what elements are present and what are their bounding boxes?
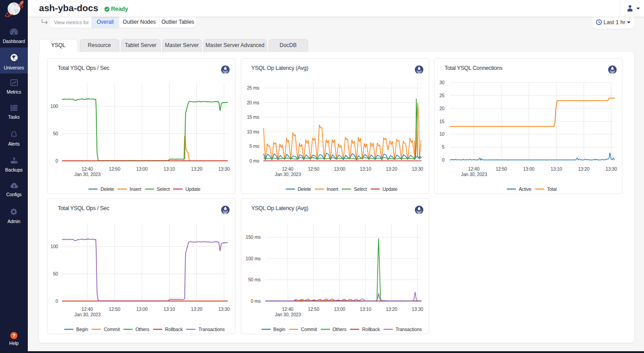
svg-text:13:20: 13:20 [191,306,203,312]
svg-text:13:00: 13:00 [136,166,148,172]
svg-text:12:50: 12:50 [109,306,121,312]
svg-text:13:30: 13:30 [218,306,230,312]
svg-text:Jan 30, 2023: Jan 30, 2023 [274,172,301,177]
svg-text:12:40: 12:40 [282,306,293,312]
svg-text:12:50: 12:50 [109,166,121,172]
svg-text:13:10: 13:10 [360,166,371,172]
svg-text:100 ms: 100 ms [245,256,260,261]
svg-text:5 ms: 5 ms [249,143,259,149]
svg-text:0 ms: 0 ms [249,158,259,164]
svg-text:15: 15 [439,119,444,124]
svg-text:13:20: 13:20 [191,166,203,172]
svg-text:50: 50 [53,271,58,276]
svg-text:0: 0 [442,157,444,163]
svg-text:13:20: 13:20 [578,166,590,172]
svg-text:100: 100 [51,244,58,249]
svg-text:12:40: 12:40 [282,166,293,172]
svg-text:20 ms: 20 ms [247,100,259,105]
svg-text:25 ms: 25 ms [247,85,259,90]
svg-text:50: 50 [53,131,58,136]
svg-text:0: 0 [56,298,58,304]
svg-text:12:50: 12:50 [308,166,319,172]
svg-text:13:30: 13:30 [412,166,423,172]
svg-text:Jan 30, 2023: Jan 30, 2023 [461,172,487,177]
svg-text:13:10: 13:10 [164,166,175,172]
svg-text:13:10: 13:10 [360,306,371,312]
svg-text:12:50: 12:50 [496,166,507,172]
svg-text:10 ms: 10 ms [247,129,259,134]
svg-text:Jan 30, 2023: Jan 30, 2023 [74,312,101,317]
svg-text:13:20: 13:20 [386,306,397,312]
svg-text:13:30: 13:30 [412,306,423,312]
svg-text:Jan 30, 2023: Jan 30, 2023 [274,312,301,317]
svg-text:12:50: 12:50 [308,306,319,312]
svg-text:13:20: 13:20 [386,166,397,172]
svg-text:13:00: 13:00 [334,306,345,312]
svg-text:13:30: 13:30 [218,166,230,172]
svg-text:150 ms: 150 ms [245,234,260,240]
svg-text:12:40: 12:40 [82,166,93,172]
svg-text:13:00: 13:00 [136,306,148,312]
svg-text:12:40: 12:40 [82,306,93,312]
svg-text:20: 20 [439,106,444,111]
svg-text:13:30: 13:30 [605,166,617,172]
svg-text:25: 25 [439,93,444,98]
svg-text:13:10: 13:10 [550,166,562,172]
svg-text:13:00: 13:00 [334,166,345,172]
svg-text:100: 100 [51,103,58,109]
svg-text:0: 0 [56,158,58,164]
svg-text:13:00: 13:00 [523,166,535,172]
svg-text:10: 10 [439,131,444,137]
svg-text:5: 5 [442,144,444,150]
svg-text:15 ms: 15 ms [247,114,259,120]
svg-text:12:40: 12:40 [468,166,479,172]
svg-text:13:10: 13:10 [164,306,175,312]
svg-text:50 ms: 50 ms [248,277,261,282]
svg-text:30: 30 [439,80,444,85]
svg-text:Jan 30, 2023: Jan 30, 2023 [74,172,101,177]
svg-text:0 ms: 0 ms [251,298,261,304]
